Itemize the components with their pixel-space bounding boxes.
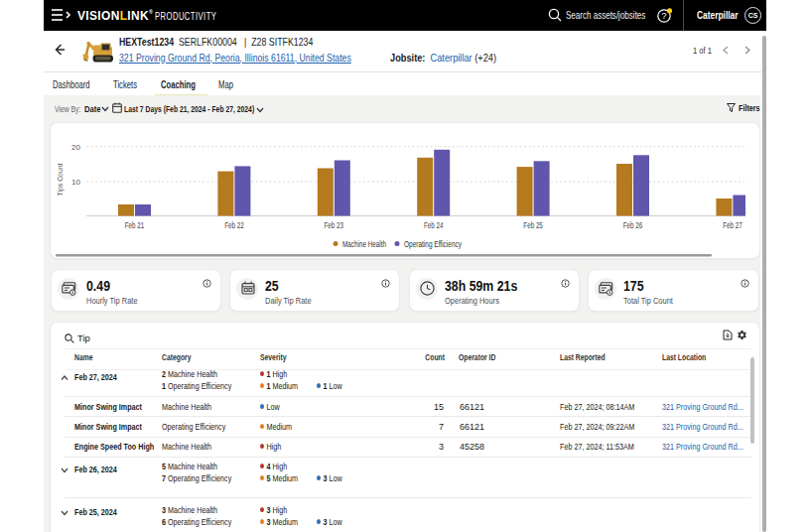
svg-text:Feb 26: Feb 26	[623, 220, 643, 230]
svg-text:Operating Efficiency: Operating Efficiency	[404, 239, 463, 249]
svg-text:10: 10	[71, 178, 80, 187]
svg-text:Feb 27: Feb 27	[723, 220, 742, 230]
svg-text:Feb 21: Feb 21	[125, 220, 145, 230]
svg-text:Feb 22: Feb 22	[224, 220, 244, 230]
svg-text:Feb 24: Feb 24	[424, 220, 444, 230]
svg-text:Machine Health: Machine Health	[342, 239, 386, 249]
svg-text:Feb 23: Feb 23	[325, 220, 344, 230]
svg-text:20: 20	[71, 143, 80, 152]
svg-text:Tips Count: Tips Count	[56, 163, 65, 197]
svg-text:Feb 25: Feb 25	[523, 220, 543, 230]
svg-text:?: ?	[661, 11, 666, 21]
